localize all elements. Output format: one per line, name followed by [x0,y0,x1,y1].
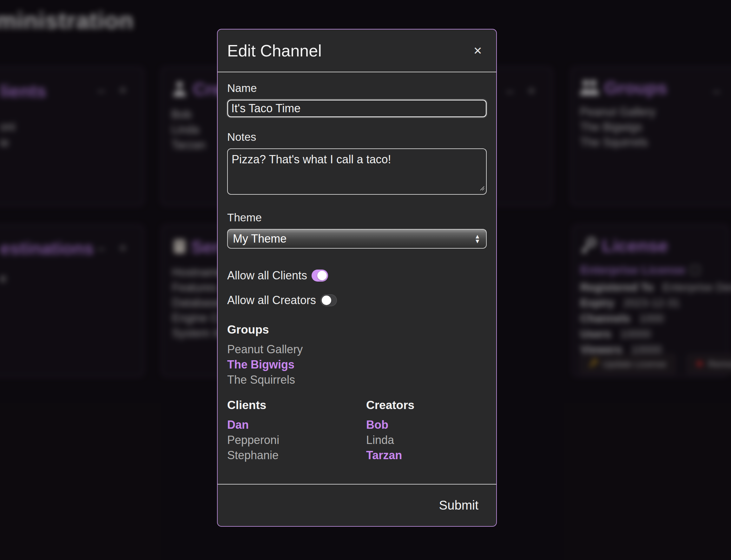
submit-button[interactable]: Submit [437,498,481,513]
client-item[interactable]: Stephanie [227,448,366,463]
client-item[interactable]: Dan [227,417,366,433]
group-item[interactable]: Peanut Gallery [227,342,487,357]
theme-label: Theme [227,211,487,225]
group-item[interactable]: The Squirrels [227,372,487,387]
groups-heading: Groups [227,323,487,337]
creators-list: Bob Linda Tarzan [366,417,487,463]
toggle-knob [317,271,327,280]
group-item[interactable]: The Bigwigs [227,357,487,372]
edit-channel-dialog: Edit Channel ✕ Name Notes Pizza? That's … [217,29,497,527]
close-icon[interactable]: ✕ [473,44,483,57]
creator-item[interactable]: Bob [366,417,487,433]
dialog-footer: Submit [218,484,496,526]
theme-selected-option: My Theme [233,232,286,245]
client-item[interactable]: Pepperoni [227,433,366,448]
name-input[interactable] [227,100,487,117]
resize-handle-icon[interactable] [479,185,485,192]
dialog-body: Name Notes Pizza? That's what I call a t… [218,72,496,463]
clients-column: Clients Dan Pepperoni Stephanie [227,398,366,463]
allow-all-clients-label: Allow all Clients [227,269,307,282]
allow-all-creators-label: Allow all Creators [227,294,316,307]
notes-textarea[interactable]: Pizza? That's what I call a taco! [227,148,487,195]
administration-screen: ministration lients − + oni ie Cre Bob [0,0,731,560]
name-label: Name [227,72,487,95]
creators-column: Creators Bob Linda Tarzan [366,398,487,463]
toggle-knob [322,296,331,305]
allow-all-clients-toggle[interactable] [311,270,328,282]
allow-all-creators-row: Allow all Creators [227,294,487,307]
dialog-title: Edit Channel [227,41,322,60]
creator-item[interactable]: Tarzan [366,448,487,463]
dialog-header: Edit Channel ✕ [218,29,496,72]
groups-list: Peanut Gallery The Bigwigs The Squirrels [227,342,487,387]
allow-all-clients-row: Allow all Clients [227,269,487,282]
clients-list: Dan Pepperoni Stephanie [227,417,366,463]
theme-select[interactable]: My Theme ▲▼ [227,229,487,249]
notes-label: Notes [227,130,487,144]
creators-heading: Creators [366,398,487,412]
creator-item[interactable]: Linda [366,433,487,448]
updown-arrows-icon: ▲▼ [474,234,480,244]
clients-heading: Clients [227,398,366,412]
allow-all-creators-toggle[interactable] [320,294,337,306]
